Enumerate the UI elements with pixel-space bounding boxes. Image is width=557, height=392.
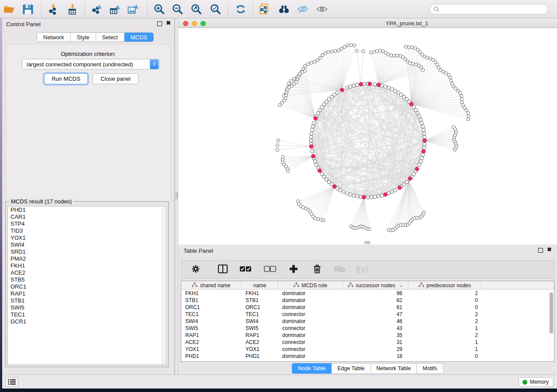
network-canvas[interactable]: [178, 28, 557, 244]
cell-predecessor-nodes[interactable]: 2: [408, 318, 481, 325]
network-window-titlebar[interactable]: YPA_prune.txt_1: [178, 18, 557, 28]
open-file-button[interactable]: [1, 1, 18, 17]
zoom-out-button[interactable]: [170, 1, 186, 17]
mcds-result-item[interactable]: SWI4: [8, 241, 166, 248]
hide-display-button[interactable]: [294, 1, 311, 17]
refresh-button[interactable]: [232, 1, 249, 17]
table-row[interactable]: ACE2ACE2connector311: [181, 339, 554, 346]
memory-button[interactable]: Memory: [519, 377, 554, 387]
tab-edge-table[interactable]: Edge Table: [332, 363, 370, 374]
cell-MCDS-role[interactable]: connector: [278, 311, 343, 318]
float-table-panel-icon[interactable]: [538, 248, 543, 253]
cell-name[interactable]: FKH1: [242, 290, 278, 297]
cell-predecessor-nodes[interactable]: 2: [408, 332, 481, 339]
mcds-result-item[interactable]: RAP1: [8, 290, 166, 297]
import-network-button[interactable]: [45, 1, 62, 17]
column-header-successor-nodes[interactable]: successor nodes⌄: [343, 281, 408, 289]
settings-button[interactable]: [187, 261, 204, 277]
delete-column-button[interactable]: [309, 261, 325, 277]
tab-mcds[interactable]: MCDS: [125, 33, 153, 41]
network-hscrollbar-thumb[interactable]: [364, 241, 370, 244]
cell-successor-nodes[interactable]: 31: [343, 339, 408, 346]
cell-predecessor-nodes[interactable]: 1: [408, 346, 481, 353]
cell-name[interactable]: ACE2: [242, 339, 278, 346]
cell-name[interactable]: SWI4: [242, 318, 278, 325]
table-row[interactable]: TEC1TEC1connector472: [181, 311, 554, 318]
cell-MCDS-role[interactable]: dominator: [278, 297, 343, 304]
tab-select[interactable]: Select: [96, 33, 125, 41]
panel-splitter[interactable]: [175, 18, 178, 375]
search-input[interactable]: [439, 5, 548, 14]
mcds-result-item[interactable]: PHD1: [8, 206, 166, 213]
network-canvas-svg[interactable]: [178, 28, 557, 244]
cell-shared-name[interactable]: RAP1: [181, 332, 242, 339]
cell-successor-nodes[interactable]: 43: [343, 325, 408, 332]
mcds-result-item[interactable]: GCR1: [8, 318, 166, 325]
mcds-result-item[interactable]: PMA2: [8, 255, 166, 262]
cell-name[interactable]: RAP1: [242, 332, 278, 339]
show-display-button[interactable]: [314, 1, 330, 17]
column-header-name[interactable]: name: [242, 281, 278, 289]
export-table-button[interactable]: [107, 1, 123, 17]
cell-predecessor-nodes[interactable]: 0: [408, 353, 481, 360]
cell-successor-nodes[interactable]: 35: [343, 332, 408, 339]
mcds-result-list[interactable]: PHD1CAR1STP4TID3YOX1SWI4SRD1PMA2FKH1ACE2…: [7, 206, 166, 365]
export-network-button[interactable]: [89, 1, 105, 17]
tab-network-table[interactable]: Network Table: [371, 363, 417, 374]
mcds-result-item[interactable]: STP4: [8, 220, 166, 227]
zoom-in-button[interactable]: [151, 1, 168, 17]
mcds-list-scrollbar[interactable]: [162, 207, 166, 365]
column-header-shared-name[interactable]: shared name: [181, 281, 242, 289]
cell-MCDS-role[interactable]: dominator: [278, 290, 343, 297]
cell-name[interactable]: YOX1: [242, 346, 278, 353]
tab-node-table[interactable]: Node Table: [292, 363, 332, 374]
splitter-grip-icon[interactable]: [176, 192, 178, 199]
show-panels-button[interactable]: [5, 377, 18, 387]
select-all-button[interactable]: [237, 261, 254, 277]
cell-successor-nodes[interactable]: 61: [343, 304, 408, 311]
network-search-box[interactable]: [429, 4, 548, 14]
close-panel-icon[interactable]: ✖: [166, 20, 171, 26]
cell-name[interactable]: PHD1: [242, 353, 278, 360]
cell-predecessor-nodes[interactable]: 0: [408, 297, 481, 304]
cell-shared-name[interactable]: YOX1: [181, 346, 242, 353]
cell-MCDS-role[interactable]: connector: [278, 346, 343, 353]
mcds-result-item[interactable]: YOX1: [8, 234, 166, 241]
zoom-fit-button[interactable]: [188, 1, 205, 17]
table-row[interactable]: PHD1PHD1dominator180: [181, 353, 554, 360]
cell-MCDS-role[interactable]: dominator: [278, 332, 343, 339]
cell-shared-name[interactable]: ACE2: [181, 339, 242, 346]
cell-shared-name[interactable]: ORC1: [181, 304, 242, 311]
mcds-result-item[interactable]: FKH1: [8, 262, 166, 269]
table-row[interactable]: SWI4SWI4dominator462: [181, 318, 554, 325]
cell-successor-nodes[interactable]: 96: [343, 290, 408, 297]
mcds-result-item[interactable]: STB1: [8, 297, 166, 304]
tab-style[interactable]: Style: [71, 33, 96, 41]
cell-shared-name[interactable]: FKH1: [181, 290, 242, 297]
mcds-result-item[interactable]: STB5: [8, 276, 166, 283]
cell-successor-nodes[interactable]: 62: [343, 297, 408, 304]
cell-name[interactable]: TEC1: [242, 311, 278, 318]
cell-name[interactable]: SWI5: [242, 325, 278, 332]
float-panel-icon[interactable]: [157, 21, 162, 26]
cell-shared-name[interactable]: SWI5: [181, 325, 242, 332]
mcds-result-item[interactable]: TEC1: [8, 311, 166, 318]
cell-predecessor-nodes[interactable]: 1: [408, 325, 481, 332]
close-table-panel-icon[interactable]: ✖: [547, 246, 552, 253]
cell-shared-name[interactable]: PHD1: [181, 353, 242, 360]
column-header-MCDS-role[interactable]: MCDS role: [278, 281, 343, 289]
cell-successor-nodes[interactable]: 47: [343, 311, 408, 318]
network-file-button[interactable]: [256, 1, 273, 17]
cell-MCDS-role[interactable]: dominator: [278, 318, 343, 325]
mcds-result-item[interactable]: CAR1: [8, 213, 166, 220]
deselect-all-button[interactable]: [262, 261, 278, 277]
cell-successor-nodes[interactable]: 46: [343, 318, 408, 325]
import-table-button[interactable]: [64, 1, 81, 17]
mcds-result-item[interactable]: TID3: [8, 227, 166, 234]
table-row[interactable]: FKH1FKH1dominator962: [181, 290, 554, 297]
table-row[interactable]: STB1STB1dominator620: [181, 297, 554, 304]
cell-MCDS-role[interactable]: dominator: [278, 353, 343, 360]
cell-predecessor-nodes[interactable]: 0: [408, 304, 481, 311]
table-row[interactable]: YOX1YOX1connector291: [181, 346, 554, 353]
search-network-button[interactable]: [276, 1, 292, 17]
